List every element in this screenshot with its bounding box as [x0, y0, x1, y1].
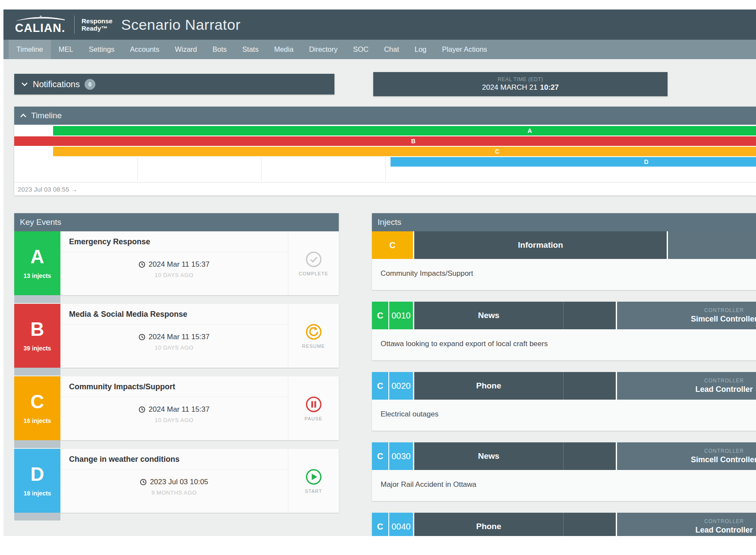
nav-item[interactable]: Chat	[376, 40, 407, 59]
nav-item[interactable]: Wizard	[167, 40, 205, 59]
content: Notifications 0 REAL TIME (EDT) 2024 MAR…	[3, 59, 756, 536]
brand-swoosh-icon	[15, 16, 66, 22]
inject-body: Electrical outages	[372, 400, 756, 431]
nav-item[interactable]: Accounts	[122, 40, 167, 59]
nav-item[interactable]: SOC	[345, 40, 376, 59]
event-status-button[interactable]: PAUSE	[288, 376, 339, 440]
nav-item[interactable]: Settings	[81, 40, 123, 59]
notifications-bar[interactable]: Notifications 0	[14, 74, 334, 95]
event-status-button[interactable]: START	[288, 449, 339, 513]
inject-type-spacer	[563, 442, 616, 470]
inject-item[interactable]: C Information Community Impacts/Support	[372, 231, 756, 290]
inject-controller-block: CONTROLLER Lead Controller	[617, 372, 756, 400]
inject-item[interactable]: C 0020 Phone CONTROLLER Lead Controller …	[372, 372, 756, 431]
page: CALIAN. Response Ready™ Scenario Narrato…	[0, 0, 756, 536]
event-time-row: 2024 Mar 11 15:37	[60, 405, 288, 414]
inject-item[interactable]: C 0010 News CONTROLLER Simcell Controlle…	[372, 302, 756, 360]
nav-item[interactable]: Timeline	[9, 40, 51, 59]
inject-type-spacer	[563, 372, 616, 400]
inject-controller-name: Lead Controller	[695, 526, 753, 535]
event-timestamp: 2023 Jul 03 10:05	[150, 478, 208, 486]
brand-logo[interactable]: CALIAN.	[15, 16, 66, 34]
nav-item[interactable]: Directory	[301, 40, 345, 59]
timeline-title: Timeline	[31, 111, 62, 120]
timeline-bar-label: A	[528, 126, 532, 136]
event-ago: 10 DAYS AGO	[60, 272, 288, 278]
inject-item[interactable]: C 0030 News CONTROLLER Simcell Controlle…	[372, 442, 756, 501]
inject-number-block: 0040	[389, 513, 413, 536]
start-icon	[305, 468, 322, 486]
event-main: Emergency Response 2024 Mar 11 15:37 10 …	[60, 231, 288, 295]
timeline-bar-label: B	[411, 136, 416, 146]
inject-header-bar: C 0020 Phone CONTROLLER Lead Controller	[372, 372, 756, 400]
pause-icon	[305, 396, 322, 413]
timeline-start-label: 2023 Jul 03 08:55 →	[14, 182, 756, 196]
event-status-button[interactable]: COMPLETE	[288, 231, 339, 295]
inject-header-bar: C 0030 News CONTROLLER Simcell Controlle…	[372, 442, 756, 470]
event-title: Community Impacts/Support	[60, 376, 288, 397]
event-color-block: D 18 injects	[14, 449, 60, 513]
event-status-label: PAUSE	[305, 416, 322, 421]
inject-letter-block: C	[372, 372, 388, 400]
notifications-label: Notifications	[33, 79, 80, 89]
chevron-down-icon	[21, 82, 28, 86]
timeline-header[interactable]: Timeline	[14, 107, 756, 125]
inject-type-bar: News	[414, 442, 563, 470]
clock-icon	[140, 479, 147, 486]
timeline-track: D	[14, 157, 756, 181]
event-title: Media & Social Media Response	[60, 304, 288, 325]
inject-letter-block: C	[372, 513, 388, 536]
inject-type-spacer	[563, 302, 616, 329]
clock-icon	[139, 334, 145, 341]
event-ago: 10 DAYS AGO	[60, 417, 288, 423]
realtime-panel: REAL TIME (EDT) 2024 MARCH 2110:27	[373, 72, 668, 96]
inject-type-bar: Phone	[414, 372, 563, 400]
timeline-bar[interactable]	[53, 126, 756, 136]
nav-item[interactable]: MEL	[51, 40, 81, 59]
event-separator	[14, 295, 60, 303]
key-events-title: Key Events	[20, 218, 61, 227]
inject-controller-label: CONTROLLER	[704, 307, 744, 313]
brand-divider	[74, 16, 75, 34]
inject-body: Ottawa looking to expand export of local…	[372, 329, 756, 360]
nav-item[interactable]: Stats	[235, 40, 267, 59]
realtime-time: 10:27	[540, 83, 559, 91]
main-nav: Timeline MEL Settings Accounts Wizard Bo…	[3, 40, 756, 59]
event-time-row: 2024 Mar 11 15:37	[60, 333, 288, 341]
nav-item[interactable]: Media	[266, 40, 301, 59]
event-title: Emergency Response	[60, 231, 288, 252]
inject-letter-block: C	[372, 231, 413, 259]
event-ago: 9 MONTHS AGO	[60, 489, 288, 496]
inject-controller-block	[668, 231, 756, 259]
event-inject-count: 16 injects	[24, 417, 51, 424]
timeline-rows: A B C D	[14, 125, 756, 181]
nav-item[interactable]: Log	[407, 40, 435, 59]
inject-controller-label: CONTROLLER	[704, 518, 744, 524]
event-color-block: C 16 injects	[14, 376, 60, 440]
event-letter: B	[31, 320, 44, 339]
timeline-gridline	[261, 157, 261, 181]
inject-header-bar: C Information	[372, 231, 756, 259]
inject-body: Major Rail Accident in Ottawa	[372, 470, 756, 501]
nav-item[interactable]: Player Actions	[434, 40, 495, 59]
clock-icon	[139, 261, 145, 268]
injects-header: Injects	[372, 213, 756, 231]
event-timestamp: 2024 Mar 11 15:37	[148, 260, 209, 269]
event-main: Media & Social Media Response 2024 Mar 1…	[60, 304, 288, 368]
inject-item[interactable]: C 0040 Phone CONTROLLER Lead Controller	[372, 513, 756, 536]
inject-type-bar: Phone	[414, 513, 563, 536]
timeline-gridline	[137, 157, 138, 181]
injects-panel: Injects C Information Community Impacts/…	[372, 213, 756, 536]
event-card: D 18 injects Change in weather condition…	[14, 449, 339, 513]
event-color-block: B 39 injects	[14, 304, 60, 368]
timeline-bar[interactable]	[391, 157, 756, 167]
key-events-header: Key Events	[14, 213, 339, 231]
inject-controller-block: CONTROLLER Simcell Controller	[617, 302, 756, 329]
inject-letter-block: C	[372, 302, 388, 329]
injects-list: C Information Community Impacts/Support …	[372, 231, 756, 536]
timeline-bar[interactable]	[14, 136, 756, 146]
event-inject-count: 13 injects	[24, 272, 51, 279]
nav-item[interactable]: Bots	[205, 40, 235, 59]
event-status-button[interactable]: RESUME	[288, 304, 339, 368]
timeline-bar[interactable]	[53, 147, 756, 156]
